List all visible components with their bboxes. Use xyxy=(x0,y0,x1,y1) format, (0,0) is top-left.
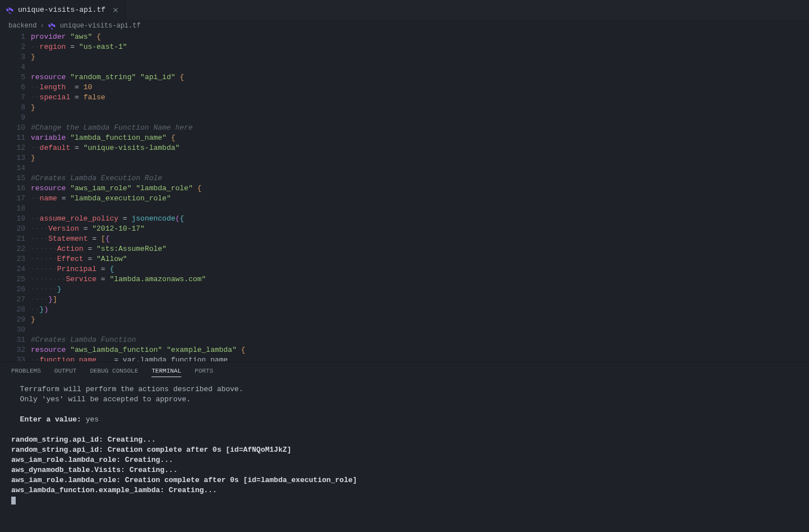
tab-bar: unique-visits-api.tf xyxy=(0,0,809,20)
breadcrumb[interactable]: backend › unique-visits-api.tf xyxy=(0,20,809,32)
chevron-right-icon: › xyxy=(40,22,44,30)
panel-tab-output[interactable]: OUTPUT xyxy=(54,365,77,377)
code-line[interactable]: resource "random_string" "api_id" { xyxy=(31,72,809,82)
code-line[interactable]: ····Statement = [{ xyxy=(31,234,809,244)
bottom-panel: PROBLEMSOUTPUTDEBUG CONSOLETERMINALPORTS… xyxy=(0,361,809,532)
breadcrumb-folder: backend xyxy=(8,22,36,30)
editor[interactable]: 1234567891011121314151617181920212223242… xyxy=(0,32,809,361)
code-line[interactable]: #Creates Lambda Execution Role xyxy=(31,173,809,184)
terminal-line: aws_dynamodb_table.Visits: Creating... xyxy=(11,465,798,475)
code-line[interactable]: ··function_name = var.lambda_function_na… xyxy=(31,355,809,361)
code-line[interactable]: ····Version = "2012-10-17" xyxy=(31,224,809,234)
code-line[interactable]: resource "aws_lambda_function" "example_… xyxy=(31,345,809,355)
code-line[interactable]: ··default = "unique-visits-lambda" xyxy=(31,143,809,153)
breadcrumb-file: unique-visits-api.tf xyxy=(60,22,141,30)
terraform-icon xyxy=(6,6,15,15)
code-line[interactable]: ··special = false xyxy=(31,93,809,103)
code-line[interactable]: ····}] xyxy=(31,295,809,305)
code-line[interactable] xyxy=(31,113,809,123)
terminal-output[interactable]: Terraform will perform the actions descr… xyxy=(0,380,809,532)
code-line[interactable]: ······} xyxy=(31,285,809,295)
file-tab[interactable]: unique-visits-api.tf xyxy=(0,0,126,20)
code-line[interactable]: ········Service = "lambda.amazonaws.com" xyxy=(31,274,809,285)
code-line[interactable]: } xyxy=(31,153,809,163)
terminal-line: Only 'yes' will be accepted to approve. xyxy=(11,395,798,405)
terminal-line: random_string.api_id: Creating... xyxy=(11,435,798,445)
code-line[interactable]: ······Principal = { xyxy=(31,264,809,274)
panel-tab-ports[interactable]: PORTS xyxy=(195,365,213,377)
terminal-line xyxy=(11,405,798,415)
code-line[interactable]: #Creates Lambda Function xyxy=(31,335,809,345)
terminal-line: aws_iam_role.lambda_role: Creating... xyxy=(11,455,798,465)
code-line[interactable]: } xyxy=(31,103,809,113)
code-line[interactable] xyxy=(31,163,809,173)
code-line[interactable]: resource "aws_iam_role" "lambda_role" { xyxy=(31,184,809,194)
code-line[interactable] xyxy=(31,325,809,335)
code-line[interactable]: ··length = 10 xyxy=(31,82,809,93)
panel-tab-problems[interactable]: PROBLEMS xyxy=(11,365,41,377)
code-line[interactable]: ······Effect = "Allow" xyxy=(31,254,809,264)
terminal-line xyxy=(11,425,798,435)
code-line[interactable]: ··name = "lambda_execution_role" xyxy=(31,194,809,204)
code-line[interactable] xyxy=(31,204,809,214)
code-line[interactable]: variable "lambda_function_name" { xyxy=(31,133,809,143)
code-line[interactable]: } xyxy=(31,315,809,325)
terminal-line: Terraform will perform the actions descr… xyxy=(11,384,798,395)
close-icon[interactable] xyxy=(111,6,120,15)
line-numbers: 1234567891011121314151617181920212223242… xyxy=(0,32,31,361)
tab-filename: unique-visits-api.tf xyxy=(18,6,105,14)
panel-tabs: PROBLEMSOUTPUTDEBUG CONSOLETERMINALPORTS xyxy=(0,362,809,380)
code-line[interactable]: ··assume_role_policy = jsonencode({ xyxy=(31,214,809,224)
code-line[interactable]: provider "aws" { xyxy=(31,32,809,42)
code-line[interactable]: ··region = "us-east-1" xyxy=(31,42,809,52)
code-line[interactable]: ······Action = "sts:AssumeRole" xyxy=(31,244,809,254)
code-content[interactable]: provider "aws" {··region = "us-east-1"} … xyxy=(31,32,809,361)
code-line[interactable] xyxy=(31,62,809,72)
terminal-cursor xyxy=(11,497,16,505)
terminal-line: random_string.api_id: Creation complete … xyxy=(11,445,798,455)
code-line[interactable]: } xyxy=(31,52,809,62)
terminal-line: Enter a value: yes xyxy=(11,415,798,425)
terminal-line: aws_lambda_function.example_lambda: Crea… xyxy=(11,485,798,496)
panel-tab-terminal[interactable]: TERMINAL xyxy=(151,365,181,377)
terraform-icon xyxy=(48,21,57,30)
terminal-line: aws_iam_role.lambda_role: Creation compl… xyxy=(11,475,798,485)
code-line[interactable]: #Change the Lambda Function Name here xyxy=(31,123,809,133)
code-line[interactable]: ··}) xyxy=(31,305,809,315)
panel-tab-debug-console[interactable]: DEBUG CONSOLE xyxy=(90,365,138,377)
